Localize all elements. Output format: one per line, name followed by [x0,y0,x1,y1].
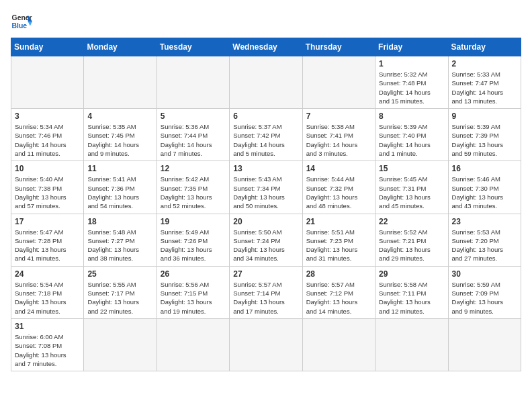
calendar-cell: 13Sunrise: 5:43 AM Sunset: 7:34 PM Dayli… [230,161,302,214]
day-number: 4 [87,111,152,121]
day-number: 7 [306,111,371,121]
weekday-header-monday: Monday [84,38,157,56]
weekday-header-sunday: Sunday [11,38,84,56]
day-number: 27 [233,269,298,279]
calendar-cell: 8Sunrise: 5:39 AM Sunset: 7:40 PM Daylig… [375,109,448,161]
week-row-4: 17Sunrise: 5:47 AM Sunset: 7:28 PM Dayli… [11,214,521,266]
day-number: 20 [233,217,298,226]
weekday-header-row: SundayMondayTuesdayWednesdayThursdayFrid… [11,38,521,56]
day-number: 26 [161,269,226,279]
calendar-cell [230,318,302,371]
day-info: Sunrise: 5:49 AM Sunset: 7:26 PM Dayligh… [161,228,226,263]
calendar-cell: 2Sunrise: 5:33 AM Sunset: 7:47 PM Daylig… [448,56,521,109]
weekday-header-saturday: Saturday [448,38,521,56]
calendar-cell: 10Sunrise: 5:40 AM Sunset: 7:38 PM Dayli… [11,161,84,214]
calendar-cell: 31Sunrise: 6:00 AM Sunset: 7:08 PM Dayli… [11,318,84,371]
day-info: Sunrise: 5:33 AM Sunset: 7:47 PM Dayligh… [452,70,517,105]
weekday-header-thursday: Thursday [302,38,375,56]
day-info: Sunrise: 5:39 AM Sunset: 7:39 PM Dayligh… [452,122,517,158]
day-info: Sunrise: 5:56 AM Sunset: 7:15 PM Dayligh… [161,280,226,316]
weekday-header-tuesday: Tuesday [157,38,229,56]
logo-icon: General Blue [11,11,32,32]
calendar-cell [448,318,521,371]
svg-text:Blue: Blue [12,22,28,30]
calendar-cell [375,318,448,371]
day-number: 13 [233,164,298,173]
day-number: 29 [379,269,444,279]
day-info: Sunrise: 5:51 AM Sunset: 7:23 PM Dayligh… [306,228,371,263]
week-row-5: 24Sunrise: 5:54 AM Sunset: 7:18 PM Dayli… [11,266,521,318]
calendar-cell [230,56,302,109]
day-info: Sunrise: 5:42 AM Sunset: 7:35 PM Dayligh… [161,175,226,210]
calendar-cell: 29Sunrise: 5:58 AM Sunset: 7:11 PM Dayli… [375,266,448,318]
calendar-cell [84,318,157,371]
calendar-cell: 5Sunrise: 5:36 AM Sunset: 7:44 PM Daylig… [157,109,229,161]
day-info: Sunrise: 5:59 AM Sunset: 7:09 PM Dayligh… [452,280,517,316]
calendar-cell: 18Sunrise: 5:48 AM Sunset: 7:27 PM Dayli… [84,214,157,266]
day-info: Sunrise: 5:34 AM Sunset: 7:46 PM Dayligh… [15,122,80,158]
day-number: 30 [452,269,517,279]
day-info: Sunrise: 5:37 AM Sunset: 7:42 PM Dayligh… [233,122,298,158]
calendar-cell [302,318,375,371]
day-info: Sunrise: 5:45 AM Sunset: 7:31 PM Dayligh… [379,175,444,210]
calendar-cell [84,56,157,109]
day-info: Sunrise: 5:58 AM Sunset: 7:11 PM Dayligh… [379,280,444,316]
day-info: Sunrise: 5:44 AM Sunset: 7:32 PM Dayligh… [306,175,371,210]
day-info: Sunrise: 5:55 AM Sunset: 7:17 PM Dayligh… [87,280,152,316]
day-info: Sunrise: 5:41 AM Sunset: 7:36 PM Dayligh… [87,175,152,210]
calendar-cell: 14Sunrise: 5:44 AM Sunset: 7:32 PM Dayli… [302,161,375,214]
day-number: 8 [379,111,444,121]
day-info: Sunrise: 5:54 AM Sunset: 7:18 PM Dayligh… [15,280,80,316]
calendar-cell: 12Sunrise: 5:42 AM Sunset: 7:35 PM Dayli… [157,161,229,214]
calendar-cell: 22Sunrise: 5:52 AM Sunset: 7:21 PM Dayli… [375,214,448,266]
calendar-cell: 1Sunrise: 5:32 AM Sunset: 7:48 PM Daylig… [375,56,448,109]
calendar-cell: 20Sunrise: 5:50 AM Sunset: 7:24 PM Dayli… [230,214,302,266]
calendar-cell: 23Sunrise: 5:53 AM Sunset: 7:20 PM Dayli… [448,214,521,266]
calendar-cell: 24Sunrise: 5:54 AM Sunset: 7:18 PM Dayli… [11,266,84,318]
day-number: 1 [379,59,444,68]
calendar-cell: 16Sunrise: 5:46 AM Sunset: 7:30 PM Dayli… [448,161,521,214]
calendar-cell: 7Sunrise: 5:38 AM Sunset: 7:41 PM Daylig… [302,109,375,161]
day-info: Sunrise: 5:40 AM Sunset: 7:38 PM Dayligh… [15,175,80,210]
day-info: Sunrise: 5:46 AM Sunset: 7:30 PM Dayligh… [452,175,517,210]
week-row-2: 3Sunrise: 5:34 AM Sunset: 7:46 PM Daylig… [11,109,521,161]
calendar-cell: 6Sunrise: 5:37 AM Sunset: 7:42 PM Daylig… [230,109,302,161]
calendar-cell: 30Sunrise: 5:59 AM Sunset: 7:09 PM Dayli… [448,266,521,318]
day-number: 17 [15,217,80,226]
page-header: General Blue [11,11,521,32]
day-info: Sunrise: 5:35 AM Sunset: 7:45 PM Dayligh… [87,122,152,158]
week-row-1: 1Sunrise: 5:32 AM Sunset: 7:48 PM Daylig… [11,56,521,109]
day-number: 5 [161,111,226,121]
day-number: 21 [306,217,371,226]
day-number: 16 [452,164,517,173]
day-number: 12 [161,164,226,173]
day-number: 25 [87,269,152,279]
calendar-cell: 3Sunrise: 5:34 AM Sunset: 7:46 PM Daylig… [11,109,84,161]
day-number: 9 [452,111,517,121]
day-number: 3 [15,111,80,121]
calendar: SundayMondayTuesdayWednesdayThursdayFrid… [11,38,521,371]
day-info: Sunrise: 5:48 AM Sunset: 7:27 PM Dayligh… [87,228,152,263]
calendar-cell: 26Sunrise: 5:56 AM Sunset: 7:15 PM Dayli… [157,266,229,318]
day-number: 19 [161,217,226,226]
calendar-cell [302,56,375,109]
calendar-cell: 19Sunrise: 5:49 AM Sunset: 7:26 PM Dayli… [157,214,229,266]
day-info: Sunrise: 5:32 AM Sunset: 7:48 PM Dayligh… [379,70,444,105]
calendar-cell [11,56,84,109]
day-info: Sunrise: 5:57 AM Sunset: 7:14 PM Dayligh… [233,280,298,316]
logo: General Blue [11,11,32,32]
day-info: Sunrise: 5:57 AM Sunset: 7:12 PM Dayligh… [306,280,371,316]
calendar-cell: 21Sunrise: 5:51 AM Sunset: 7:23 PM Dayli… [302,214,375,266]
day-number: 2 [452,59,517,68]
calendar-cell: 15Sunrise: 5:45 AM Sunset: 7:31 PM Dayli… [375,161,448,214]
day-info: Sunrise: 5:38 AM Sunset: 7:41 PM Dayligh… [306,122,371,158]
day-number: 31 [15,322,80,331]
day-number: 6 [233,111,298,121]
week-row-6: 31Sunrise: 6:00 AM Sunset: 7:08 PM Dayli… [11,318,521,371]
day-info: Sunrise: 5:52 AM Sunset: 7:21 PM Dayligh… [379,228,444,263]
calendar-cell: 25Sunrise: 5:55 AM Sunset: 7:17 PM Dayli… [84,266,157,318]
calendar-cell: 9Sunrise: 5:39 AM Sunset: 7:39 PM Daylig… [448,109,521,161]
day-number: 24 [15,269,80,279]
day-number: 14 [306,164,371,173]
weekday-header-friday: Friday [375,38,448,56]
